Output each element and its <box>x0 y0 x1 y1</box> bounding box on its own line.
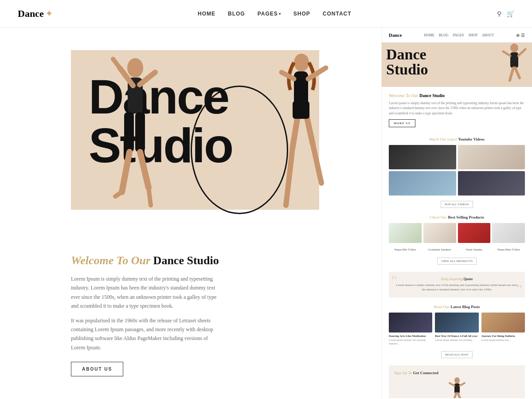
product-name-3: Swim Sneaker <box>466 248 483 251</box>
sidebar-welcome-title: Welcome To Our Dance Studio <box>389 93 525 98</box>
blog-item-3[interactable]: Journey For Being Dalleria Lorem ipsum d… <box>481 313 525 346</box>
about-us-button[interactable]: ABOUT US <box>71 362 123 376</box>
sidebar-welcome: Welcome To Our Dance Studio Lorem ipsum … <box>382 87 532 133</box>
dancer-left <box>111 55 164 234</box>
sidebar-video-3[interactable] <box>389 171 456 196</box>
dancer-right-svg <box>277 50 330 236</box>
sidebar-view-all-products[interactable]: VIEW ALL PRODUCTS <box>437 258 477 265</box>
sidebar-logo: Dance <box>389 32 402 38</box>
dancer-right <box>277 50 330 238</box>
sidebar-products-highlight: Check Our <box>430 215 447 219</box>
logo-icon: ✦ <box>46 9 52 19</box>
svg-rect-27 <box>454 383 460 393</box>
sidebar-hero: Dance Studio <box>382 43 532 87</box>
nav-blog[interactable]: BLOG <box>228 11 245 17</box>
navbar: Dance ✦ HOME BLOG PAGES ▾ SHOP CONTACT ⚲… <box>0 0 532 28</box>
sidebar-dancer-svg <box>501 43 528 87</box>
dancer-left-svg <box>111 55 164 232</box>
left-main: Dance Studio <box>0 28 381 398</box>
svg-point-0 <box>127 58 143 78</box>
main-container: Dance Studio <box>0 28 532 398</box>
svg-line-13 <box>282 72 294 79</box>
search-icon[interactable]: ⚲ <box>497 10 501 18</box>
blog-title-1: Dancing Arts Like Meditation <box>389 334 432 337</box>
product-img-1 <box>389 223 422 243</box>
nav-contact[interactable]: CONTACT <box>323 11 352 17</box>
blog-title-3: Journey For Being Dalleria <box>481 334 525 337</box>
blog-text-2: Lorem ipsum dummy text printing... <box>435 338 478 342</box>
product-item-3[interactable]: Swim Sneaker <box>458 223 491 252</box>
sidebar-blog-bold: Latest Blog Posts <box>450 305 480 309</box>
svg-line-25 <box>515 68 520 78</box>
signup-dancer <box>394 377 520 398</box>
sidebar-nav-home[interactable]: HOME <box>424 33 434 37</box>
sidebar-products-bold: Best Selling Products <box>448 215 484 219</box>
nav-shop[interactable]: SHOP <box>293 11 310 17</box>
blog-title-2: Best Way Of Dance A Full All year <box>435 334 478 337</box>
welcome-title-bold: Dance Studio <box>153 254 219 267</box>
svg-rect-5 <box>124 112 134 152</box>
sidebar-nav-blog[interactable]: BLOG <box>439 33 449 37</box>
sidebar-welcome-highlight: Welcome To Our <box>389 93 418 98</box>
sidebar-hero-title: Dance Studio <box>386 47 428 77</box>
blog-text-1: Lorem ipsum dummy text printing industry… <box>389 338 432 346</box>
sidebar-more-button[interactable]: MORE US <box>389 119 415 127</box>
videos-section: Watch Our Latest Youtube Videos ▶ ▶ <box>0 390 381 398</box>
sidebar-nav-shop[interactable]: SHOP <box>468 33 477 37</box>
chevron-down-icon: ▾ <box>279 12 281 16</box>
svg-line-22 <box>503 51 510 56</box>
nav-pages[interactable]: PAGES ▾ <box>258 11 281 17</box>
blog-item-2[interactable]: Best Way Of Dance A Full All year Lorem … <box>435 313 478 346</box>
signup-bold: Get Connected <box>413 371 438 375</box>
svg-line-4 <box>140 72 155 85</box>
sidebar-nav: Dance HOME BLOG PAGES SHOP ABOUT ⊕ ☰ <box>382 28 532 43</box>
hero-section: Dance Studio <box>0 28 381 236</box>
sidebar-hero-line1: Dance <box>386 47 428 62</box>
sidebar-video-1[interactable] <box>389 145 456 169</box>
sidebar-signup-label: Sign Up To Get Connected <box>394 371 520 375</box>
nav-links: HOME BLOG PAGES ▾ SHOP CONTACT <box>198 11 352 17</box>
svg-rect-21 <box>510 52 518 68</box>
product-item-1[interactable]: Niqua-Mix T-Shirt <box>389 223 422 252</box>
logo[interactable]: Dance ✦ <box>18 8 52 20</box>
blog-img-1 <box>389 313 432 332</box>
product-item-4[interactable]: Niqua-Mast T-Shirt <box>492 223 525 252</box>
blog-img-3 <box>481 313 525 332</box>
cart-icon[interactable]: 🛒 <box>507 10 514 18</box>
sidebar-video-4[interactable] <box>458 171 525 196</box>
sidebar-blog-title: Read Our Latest Blog Posts <box>389 305 525 309</box>
welcome-title-highlight: Welcome To Our <box>71 254 150 267</box>
svg-line-28 <box>450 383 454 386</box>
svg-line-30 <box>454 393 456 398</box>
product-img-2 <box>423 223 456 243</box>
svg-point-11 <box>294 54 309 71</box>
product-img-4 <box>492 223 525 243</box>
sidebar-video-grid <box>389 145 525 196</box>
svg-line-9 <box>140 152 149 188</box>
sidebar-signup: Sign Up To Get Connected <box>389 365 525 398</box>
sidebar-quote: " " Daily Inspiring Quote Lorem ipsum is… <box>389 272 525 297</box>
right-sidebar: Dance HOME BLOG PAGES SHOP ABOUT ⊕ ☰ Dan… <box>381 28 532 398</box>
logo-text: Dance <box>18 8 44 20</box>
sidebar-product-grid: Niqua-Mix T-Shirt Gymshark Sneakers Swim… <box>389 223 525 252</box>
sidebar-nav-about[interactable]: ABOUT <box>482 33 494 37</box>
sidebar-videos-highlight: Watch Our Latest <box>429 137 457 141</box>
svg-line-10 <box>149 188 151 205</box>
svg-line-31 <box>458 393 461 398</box>
nav-home[interactable]: HOME <box>198 11 215 17</box>
sidebar-welcome-bold: Dance Studio <box>419 93 445 98</box>
svg-line-7 <box>122 152 129 192</box>
sidebar-view-all-blog[interactable]: READ ALL POST <box>441 351 473 358</box>
sidebar-nav-pages[interactable]: PAGES <box>453 33 464 37</box>
sidebar-blog: Read Our Latest Blog Posts Dancing Arts … <box>382 301 532 362</box>
sidebar-cart-icon[interactable]: ⊕ ☰ <box>516 33 525 38</box>
product-name-1: Niqua-Mix T-Shirt <box>395 248 416 251</box>
svg-line-3 <box>113 59 120 68</box>
svg-line-23 <box>518 49 525 56</box>
blog-item-1[interactable]: Dancing Arts Like Meditation Lorem ipsum… <box>389 313 432 346</box>
sidebar-view-all-videos[interactable]: POP ALL VIDEOS <box>441 201 473 208</box>
svg-line-29 <box>460 383 465 386</box>
sidebar-quote-text: Lorem ipsum is simply dummy text of the … <box>394 283 520 292</box>
sidebar-video-2[interactable] <box>458 145 525 169</box>
product-item-2[interactable]: Gymshark Sneakers <box>423 223 456 252</box>
